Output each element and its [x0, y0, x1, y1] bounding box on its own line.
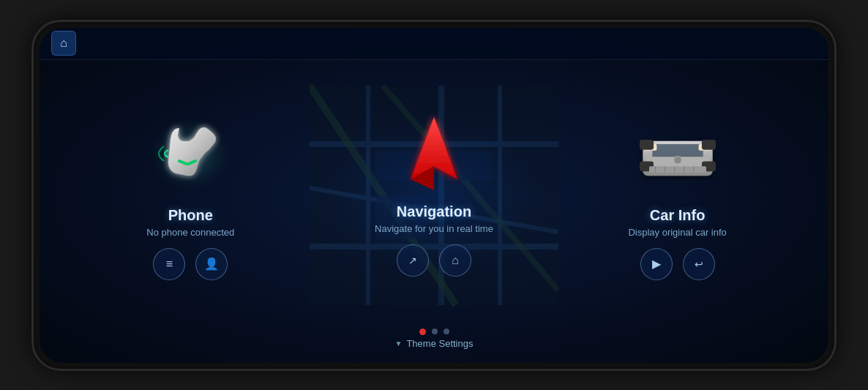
nav-share-button[interactable]: ↗: [397, 244, 429, 277]
phone-contact-button[interactable]: 👤: [195, 248, 228, 280]
navigation-panel: Navigation Navigate for you in real time…: [332, 110, 536, 277]
car-play-button[interactable]: ▶: [640, 248, 673, 280]
svg-rect-24: [649, 166, 706, 173]
carinfo-panel: Car Info Display original car info ▶ ↩: [575, 106, 780, 280]
phone-list-icon: ≡: [166, 258, 173, 271]
svg-rect-21: [702, 139, 716, 149]
carinfo-title: Car Info: [650, 207, 706, 224]
nav-panel-icon: [386, 110, 482, 198]
nav-buttons: ↗ ⌂: [397, 244, 471, 277]
svg-rect-20: [640, 139, 654, 149]
device-shell: ⌂: [31, 20, 837, 371]
carinfo-subtitle: Display original car info: [628, 227, 726, 238]
nav-subtitle: Navigate for you in real time: [375, 223, 493, 234]
home-button[interactable]: ⌂: [51, 31, 76, 56]
phone-panel-icon: [143, 106, 238, 201]
home-icon: ⌂: [60, 37, 67, 50]
nav-home-button[interactable]: ⌂: [439, 244, 471, 277]
car-play-icon: ▶: [652, 257, 661, 271]
car-audio-button[interactable]: ↩: [683, 248, 715, 280]
car-panel-icon: [630, 106, 725, 201]
nav-home-icon: ⌂: [452, 254, 459, 267]
car-audio-icon: ↩: [695, 258, 703, 270]
carinfo-buttons: ▶ ↩: [640, 248, 715, 280]
main-content: Phone No phone connected ≡ 👤: [40, 60, 828, 319]
phone-title: Phone: [168, 207, 213, 224]
phone-buttons: ≡ 👤: [153, 248, 228, 280]
nav-share-icon: ↗: [408, 255, 417, 266]
screen: ⌂: [40, 28, 828, 363]
nav-title: Navigation: [397, 203, 471, 220]
phone-subtitle: No phone connected: [146, 227, 234, 238]
svg-point-30: [673, 156, 681, 163]
phone-panel: Phone No phone connected ≡ 👤: [88, 106, 293, 280]
phone-list-button[interactable]: ≡: [153, 248, 185, 280]
phone-contact-icon: 👤: [204, 257, 219, 271]
